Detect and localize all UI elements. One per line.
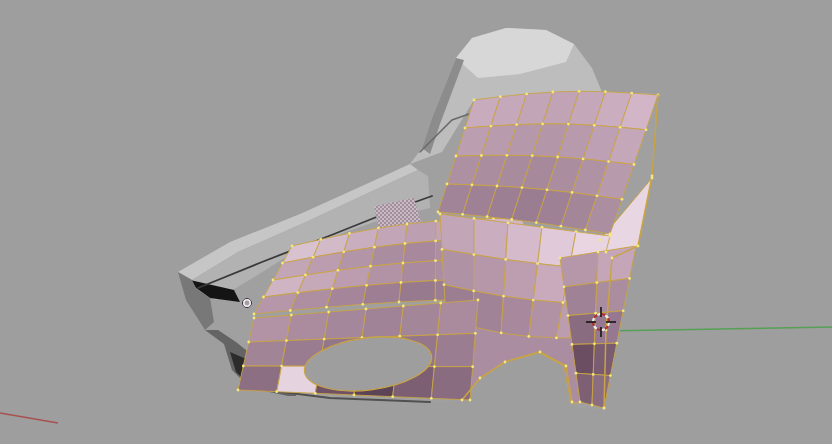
mesh-vertex[interactable] [437,211,440,214]
mesh-vertex[interactable] [560,225,563,228]
mesh-vertex[interactable] [510,218,513,221]
mesh-vertex[interactable] [521,186,524,189]
mesh-vertex[interactable] [609,374,612,377]
mesh-vertex[interactable] [434,299,437,302]
mesh-vertex[interactable] [615,342,618,345]
mesh-vertex[interactable] [337,269,340,272]
mesh-vertex[interactable] [297,291,300,294]
mesh-vertex[interactable] [541,226,544,229]
mesh-vertex[interactable] [325,306,328,309]
mesh-vertex[interactable] [314,392,317,395]
mesh-face[interactable] [399,281,435,303]
mesh-vertex[interactable] [272,279,275,282]
mesh-vertex[interactable] [480,154,483,157]
mesh-vertex[interactable] [555,337,558,340]
mesh-vertex[interactable] [595,281,598,284]
mesh-vertex[interactable] [527,335,530,338]
viewport-3d[interactable] [0,0,832,444]
mesh-vertex[interactable] [253,317,256,320]
mesh-vertex[interactable] [373,246,376,249]
mesh-vertex[interactable] [377,227,380,230]
mesh-vertex[interactable] [532,299,535,302]
mesh-vertex[interactable] [633,163,636,166]
mesh-vertex[interactable] [565,365,568,368]
mesh-face[interactable] [474,218,508,259]
mesh-vertex[interactable] [539,351,542,354]
mesh-vertex[interactable] [304,274,307,277]
mesh-vertex[interactable] [275,390,278,393]
mesh-vertex[interactable] [546,188,549,191]
mesh-vertex[interactable] [281,262,284,265]
mesh-vertex[interactable] [571,401,574,404]
mesh-vertex[interactable] [584,229,587,232]
mesh-vertex[interactable] [536,262,539,265]
mesh-vertex[interactable] [571,191,574,194]
mesh-vertex[interactable] [262,296,265,299]
mesh-vertex[interactable] [365,284,368,287]
mesh-vertex[interactable] [253,313,256,316]
mesh-face[interactable] [501,296,533,336]
mesh-vertex[interactable] [562,301,565,304]
mesh-face[interactable] [405,221,436,243]
mesh-vertex[interactable] [496,185,499,188]
mesh-vertex[interactable] [473,253,476,256]
mesh-face[interactable] [286,312,328,341]
mesh-vertex[interactable] [582,158,585,161]
mesh-face[interactable] [474,255,506,297]
mesh-vertex[interactable] [504,258,507,261]
mesh-vertex[interactable] [436,333,439,336]
mesh-vertex[interactable] [559,257,562,260]
mesh-vertex[interactable] [607,160,610,163]
mesh-vertex[interactable] [567,123,570,126]
mesh-vertex[interactable] [441,248,444,251]
mesh-face[interactable] [362,306,403,338]
mesh-face[interactable] [403,241,436,263]
mesh-vertex[interactable] [461,213,464,216]
mesh-vertex[interactable] [596,194,599,197]
mesh-vertex[interactable] [541,123,544,126]
mesh-vertex[interactable] [247,341,250,344]
mesh-vertex[interactable] [593,342,596,345]
mesh-vertex[interactable] [404,242,407,245]
mesh-vertex[interactable] [563,285,566,288]
mesh-vertex[interactable] [402,262,405,265]
mesh-face[interactable] [400,303,441,336]
mesh-vertex[interactable] [312,256,315,259]
mesh-vertex[interactable] [434,220,437,223]
mesh-vertex[interactable] [578,90,581,93]
mesh-vertex[interactable] [603,407,606,410]
mesh-vertex[interactable] [348,232,351,235]
mesh-vertex[interactable] [242,365,245,368]
mesh-vertex[interactable] [490,125,493,128]
mesh-vertex[interactable] [289,309,292,312]
mesh-vertex[interactable] [331,287,334,290]
mesh-vertex[interactable] [621,198,624,201]
mesh-face[interactable] [568,313,596,344]
mesh-vertex[interactable] [619,126,622,129]
mesh-vertex[interactable] [597,251,600,254]
mesh-face[interactable] [442,249,474,291]
mesh-vertex[interactable] [361,303,364,306]
mesh-vertex[interactable] [531,154,534,157]
mesh-vertex[interactable] [474,332,477,335]
mesh-face[interactable] [506,223,542,264]
mesh-vertex[interactable] [486,215,489,218]
mesh-vertex[interactable] [472,290,475,293]
mesh-vertex[interactable] [579,401,582,404]
mesh-vertex[interactable] [628,277,631,280]
mesh-vertex[interactable] [434,279,437,282]
mesh-vertex[interactable] [398,335,401,338]
mesh-vertex[interactable] [500,332,503,335]
mesh-vertex[interactable] [285,339,288,342]
mesh-vertex[interactable] [365,308,368,311]
mesh-vertex[interactable] [464,127,467,130]
mesh-vertex[interactable] [591,404,594,407]
mesh-face[interactable] [324,309,366,339]
mesh-vertex[interactable] [637,245,640,248]
mesh-vertex[interactable] [439,213,442,216]
mesh-vertex[interactable] [319,238,322,241]
mesh-face[interactable] [560,252,598,287]
mesh-vertex[interactable] [471,184,474,187]
mesh-vertex[interactable] [342,250,345,253]
mesh-vertex[interactable] [504,361,507,364]
